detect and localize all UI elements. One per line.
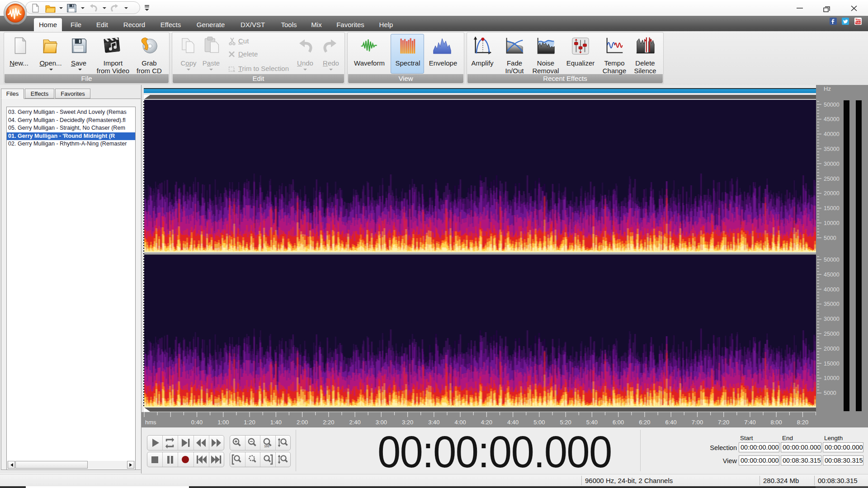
svg-text:1:00: 1:00 [217,419,229,426]
svg-text:1:40: 1:40 [270,419,282,426]
svg-text:15000: 15000 [824,361,840,367]
svg-text:2:00: 2:00 [297,419,308,426]
svg-text:2:40: 2:40 [349,419,360,426]
svg-text:4:40: 4:40 [507,419,519,426]
svg-text:5000: 5000 [824,235,836,241]
svg-text:20000: 20000 [824,346,840,352]
svg-text:1:20: 1:20 [244,419,255,426]
svg-text:7:00: 7:00 [692,419,703,426]
svg-text:30000: 30000 [824,161,840,167]
svg-text:8:00: 8:00 [771,419,782,426]
svg-text:15000: 15000 [824,205,840,211]
svg-text:25000: 25000 [824,331,840,337]
svg-text:25000: 25000 [824,176,840,182]
svg-text:50000: 50000 [824,102,840,108]
svg-text:45000: 45000 [824,116,840,122]
svg-text:3:00: 3:00 [376,419,387,426]
svg-text:6:20: 6:20 [639,419,650,426]
svg-text:7:40: 7:40 [744,419,755,426]
svg-text:5:00: 5:00 [533,419,545,426]
svg-text:hms: hms [145,419,156,426]
svg-text:35000: 35000 [824,301,840,307]
svg-text:6:40: 6:40 [665,419,677,426]
svg-text:30000: 30000 [824,316,840,322]
svg-text:35000: 35000 [824,146,840,152]
svg-text:5:20: 5:20 [560,419,571,426]
svg-text:45000: 45000 [824,272,840,278]
svg-text:Hz: Hz [824,85,831,92]
svg-text:50000: 50000 [824,257,840,263]
svg-text:8:20: 8:20 [797,419,808,426]
svg-text:0:40: 0:40 [191,419,203,426]
svg-text:6:00: 6:00 [613,419,624,426]
svg-text:4:20: 4:20 [481,419,492,426]
svg-text:10000: 10000 [824,220,840,226]
svg-text:You: You [855,18,861,21]
svg-text:7:20: 7:20 [718,419,729,426]
svg-text:5:40: 5:40 [586,419,598,426]
svg-text:100: 100 [264,445,269,448]
svg-text:3:20: 3:20 [402,419,413,426]
svg-text:3:40: 3:40 [428,419,439,426]
svg-text:5000: 5000 [824,390,836,396]
svg-text:4:00: 4:00 [454,419,466,426]
svg-text:20000: 20000 [824,190,840,197]
svg-text:40000: 40000 [824,131,840,137]
svg-text:40000: 40000 [824,286,840,293]
svg-text:Tube: Tube [855,21,861,24]
svg-text:10000: 10000 [824,375,840,381]
svg-text:2:20: 2:20 [323,419,334,426]
